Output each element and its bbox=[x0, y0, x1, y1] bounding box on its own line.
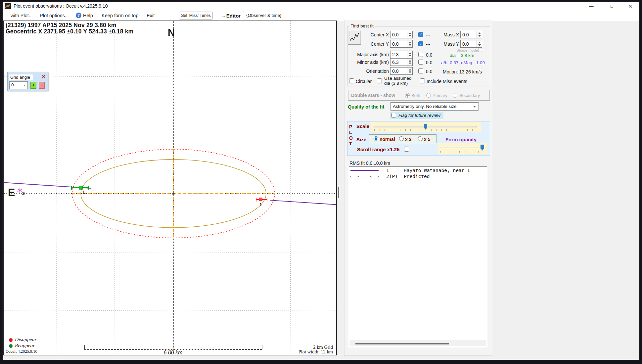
spinner-icon[interactable] bbox=[407, 68, 412, 74]
scale-label: Scale bbox=[356, 123, 369, 129]
plot-title-line2: Geocentric X 2371.95 ±0.10 Y 524.33 ±0.1… bbox=[6, 28, 133, 35]
mass-y-input[interactable]: 0.0 bbox=[460, 40, 482, 48]
legend-disappear: Disappear bbox=[15, 337, 36, 342]
grid-angle-minus-button[interactable]: − bbox=[39, 82, 45, 89]
major-axis-checkbox[interactable] bbox=[418, 52, 423, 57]
form-opacity-ticks bbox=[440, 151, 483, 153]
maximize-icon[interactable]: □ bbox=[606, 2, 618, 11]
scroll-range-label: Scroll range x1.25 bbox=[357, 147, 399, 152]
center-y-input[interactable]: 0.0 bbox=[390, 40, 413, 48]
double-secondary-radio[interactable] bbox=[453, 93, 457, 98]
mass-y-label: Mass Y bbox=[440, 41, 459, 47]
legend-reappear: Reappear bbox=[15, 342, 35, 348]
grid-angle-select[interactable]: 0 bbox=[9, 81, 28, 89]
double-both-radio[interactable] bbox=[405, 93, 410, 98]
menu-exit[interactable]: Exit bbox=[147, 13, 155, 18]
scale-slider[interactable] bbox=[371, 122, 481, 132]
grid-angle-plus-button[interactable]: + bbox=[30, 82, 36, 89]
size-x5-radio[interactable] bbox=[418, 136, 423, 141]
screenshot-root: { "window": { "title": "Plot event obser… bbox=[0, 0, 642, 364]
size-normal-radio[interactable] bbox=[374, 136, 378, 141]
shape-model-checkbox[interactable] bbox=[478, 48, 482, 52]
observers-list[interactable]: 1 Hayato Watanabe, near I 2(P) Predicted bbox=[349, 166, 487, 347]
editor-button[interactable]: →Editor bbox=[218, 11, 244, 20]
center-x-value: 0.0 bbox=[392, 32, 398, 37]
plot-letter-l: L bbox=[349, 130, 352, 135]
mass-x-input[interactable]: 0.0 bbox=[460, 31, 482, 38]
plot-title-line1: (21329) 1997 AP15 2025 Nov 29 3.80 km bbox=[6, 22, 116, 29]
grid-angle-window[interactable]: Grid angle ✕ 0 + − bbox=[7, 72, 48, 91]
menu-plot-options[interactable]: Plot options... bbox=[40, 13, 69, 18]
quality-label: Quality of the fit bbox=[348, 104, 384, 110]
circular-checkbox[interactable] bbox=[349, 78, 354, 83]
major-axis-value: 2.3 bbox=[392, 52, 398, 57]
form-opacity-thumb[interactable] bbox=[481, 145, 484, 151]
plot-letter-p: P bbox=[349, 124, 352, 129]
motion-label: Motion: 13.26 km/s bbox=[443, 69, 482, 74]
spinner-icon[interactable] bbox=[407, 51, 412, 58]
dia-label: dia = 3.8 km bbox=[450, 53, 474, 58]
form-opacity-slider[interactable] bbox=[438, 143, 487, 154]
scale-bar bbox=[84, 345, 262, 349]
spinner-icon[interactable] bbox=[477, 40, 482, 47]
use-assumed-label-1: Use assumed bbox=[384, 76, 412, 81]
reappear-marker[interactable] bbox=[71, 186, 89, 190]
observer-row-num: 1 bbox=[386, 168, 389, 173]
rms-fit-label: RMS fit 0.0 ±0.0 km bbox=[349, 160, 390, 166]
grid-lines bbox=[4, 21, 336, 355]
center-y-checkbox[interactable]: ✓ bbox=[418, 41, 423, 46]
list-horizontal-scrollbar[interactable] bbox=[349, 340, 486, 346]
plot-width-label: Plot width: 12 km bbox=[298, 349, 333, 355]
set-miss-times-button[interactable]: Set 'Miss' Times bbox=[179, 12, 213, 20]
double-primary-radio[interactable] bbox=[426, 93, 431, 98]
spinner-icon[interactable] bbox=[407, 40, 412, 47]
spinner-icon[interactable] bbox=[477, 31, 482, 38]
spinner-icon[interactable] bbox=[407, 31, 412, 38]
chord1-swatch bbox=[350, 170, 379, 171]
app-window: Plot event observations : Occult v.4.202… bbox=[3, 2, 639, 360]
flag-review-checkbox[interactable] bbox=[391, 113, 396, 117]
flag-review-label: Flag for future review bbox=[398, 113, 440, 118]
use-assumed-checkbox[interactable] bbox=[377, 78, 382, 83]
size-x2-radio[interactable] bbox=[399, 136, 404, 141]
major-axis-fit: 0.0 bbox=[426, 52, 432, 58]
minor-axis-input[interactable]: 6.3 bbox=[390, 58, 413, 66]
find-best-fit-title: Find best fit bbox=[349, 23, 375, 28]
scroll-range-checkbox[interactable] bbox=[404, 147, 409, 152]
include-miss-checkbox[interactable] bbox=[420, 78, 425, 83]
orientation-checkbox[interactable] bbox=[418, 68, 423, 73]
observer-time-label[interactable]: {Observer & time} bbox=[246, 13, 282, 18]
plot-letter-t: T bbox=[349, 141, 352, 146]
center-x-label: Center X bbox=[364, 32, 389, 37]
observer-row-name: Hayato Watanabe, near I bbox=[404, 168, 470, 173]
menu-keep-on-top[interactable]: Keep form on top bbox=[102, 13, 138, 18]
plot-area[interactable]: 1 1 2 6.00 km bbox=[3, 21, 337, 355]
predicted-swatch-dot bbox=[377, 176, 379, 177]
center-y-label: Center Y bbox=[364, 41, 389, 47]
minor-axis-checkbox[interactable] bbox=[418, 60, 423, 65]
circular-label: Circular bbox=[356, 79, 372, 84]
spinner-icon[interactable] bbox=[407, 59, 412, 66]
shape-model-label: Shape model bbox=[456, 48, 479, 52]
quality-dropdown[interactable]: Astrometry only. No reliable size bbox=[390, 102, 479, 111]
close-icon[interactable]: ✕ bbox=[625, 2, 636, 11]
help-icon[interactable]: ? bbox=[76, 13, 81, 18]
center-x-input[interactable]: 0.0 bbox=[390, 31, 413, 38]
fit-graph-button[interactable] bbox=[348, 31, 361, 45]
major-axis-label: Major axis (km) bbox=[354, 52, 389, 57]
chevron-down-icon bbox=[473, 106, 476, 108]
menu-bar: with Plot... Plot options... ? Help Keep… bbox=[3, 11, 639, 21]
grid-angle-close-icon[interactable]: ✕ bbox=[42, 74, 46, 79]
orientation-fit: 0.0 bbox=[426, 69, 432, 74]
scrollbar-thumb[interactable] bbox=[355, 343, 449, 344]
menu-with-plot[interactable]: with Plot... bbox=[11, 13, 33, 18]
menu-help[interactable]: Help bbox=[83, 13, 93, 18]
include-miss-label: Include Miss events bbox=[427, 79, 467, 84]
double-stars-title: Double stars - show bbox=[351, 93, 395, 98]
center-x-checkbox[interactable]: ✓ bbox=[418, 32, 423, 37]
splitter-handle[interactable] bbox=[338, 187, 339, 198]
minimize-icon[interactable]: — bbox=[586, 2, 597, 11]
major-axis-input[interactable]: 2.3 bbox=[390, 51, 413, 58]
orientation-input[interactable]: 0.0 bbox=[390, 67, 413, 75]
scale-slider-thumb[interactable] bbox=[424, 124, 427, 130]
